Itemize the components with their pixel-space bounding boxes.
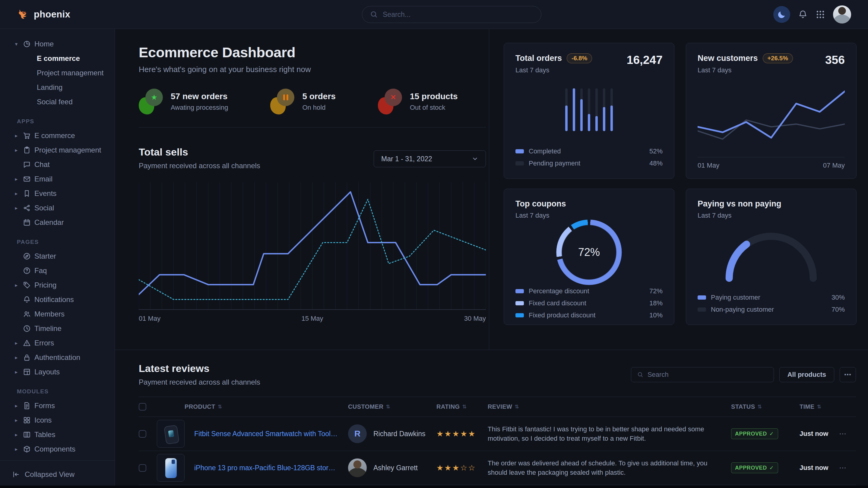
sidebar-item-icons[interactable]: ▸Icons [8, 413, 109, 427]
sidebar-item-email[interactable]: ▸Email [8, 172, 109, 186]
row-checkbox[interactable] [139, 430, 146, 438]
sidebar-item-timeline[interactable]: Timeline [8, 321, 109, 336]
column-header-rating[interactable]: RATING⇅ [436, 403, 488, 410]
sidebar-item-authentication[interactable]: ▸Authentication [8, 350, 109, 365]
sidebar-item-label: Timeline [34, 324, 62, 333]
column-header-time[interactable]: TIME⇅ [800, 403, 839, 410]
sidebar-collapse-toggle[interactable]: Collapsed View [0, 460, 115, 488]
card-period: Last 7 days [516, 212, 566, 220]
sort-icon: ⇅ [515, 403, 519, 410]
legend-item-non-paying-customer: Non-paying customer70% [698, 303, 845, 316]
column-header-product[interactable]: PRODUCT⇅ [157, 403, 348, 410]
theme-toggle-button[interactable] [773, 6, 790, 23]
sidebar-item-project-management[interactable]: ▸Project management [8, 143, 109, 157]
row-more-button[interactable]: ⋯ [839, 464, 856, 472]
total-orders-card: Total orders -6.8% Last 7 days 16,247 Co… [504, 43, 674, 179]
lock-icon [23, 354, 31, 361]
check-icon: ✓ [769, 430, 774, 437]
stat-out-of-stock: ✕15 productsOut of stock [378, 89, 458, 115]
sidebar-subitem-e-commerce[interactable]: E commerce [8, 51, 109, 66]
sidebar-item-chat[interactable]: Chat [8, 157, 109, 172]
legend-swatch [516, 149, 524, 154]
product-thumbnail-iphone[interactable] [157, 454, 185, 482]
warning-triangle-icon [23, 339, 31, 347]
brand-name: phoenix [34, 9, 70, 20]
time-cell: Just now [800, 464, 839, 472]
sidebar-item-forms[interactable]: ▸Forms [8, 398, 109, 413]
quick-stats-row: ★57 new ordersAwating processing5 orders… [139, 89, 486, 128]
tag-icon [23, 281, 31, 289]
sidebar-item-social[interactable]: ▸Social [8, 201, 109, 215]
search-icon [637, 371, 643, 378]
card-period: Last 7 days [698, 212, 781, 220]
sidebar-item-label: Notifications [34, 295, 74, 304]
sidebar-item-e-commerce[interactable]: ▸E commerce [8, 128, 109, 143]
legend-item-fixed-product-discount: Fixed product discount10% [516, 309, 662, 321]
sidebar-subitem-project-management[interactable]: Project management [8, 66, 109, 80]
sidebar-item-faq[interactable]: Faq [8, 263, 109, 278]
user-avatar[interactable] [833, 5, 851, 24]
product-link[interactable]: iPhone 13 pro max-Pacific Blue-128GB sto… [194, 464, 348, 472]
order-bar [573, 88, 575, 131]
legend-label: Non-paying customer [711, 306, 774, 314]
sidebar-item-label: Forms [34, 401, 55, 410]
sidebar-item-notifications[interactable]: Notifications [8, 292, 109, 307]
product-thumbnail-smartwatch[interactable] [157, 420, 185, 448]
sidebar-item-tables[interactable]: ▸Tables [8, 427, 109, 442]
sidebar-subitem-landing[interactable]: Landing [8, 80, 109, 95]
sidebar-subitem-social-feed[interactable]: Social feed [8, 95, 109, 109]
legend-swatch [698, 295, 706, 300]
caret-right-icon: ▸ [13, 282, 19, 289]
reviews-title: Latest reviews [139, 363, 260, 375]
date-range-select[interactable]: Mar 1 - 31, 2022 [374, 151, 486, 167]
mail-icon [23, 175, 31, 183]
select-all-checkbox[interactable] [139, 403, 146, 411]
sidebar-nav: ▾HomeE commerceProject managementLanding… [0, 29, 115, 460]
sidebar-item-label: Chat [34, 160, 50, 169]
sidebar-item-pricing[interactable]: ▸Pricing [8, 278, 109, 292]
sidebar-item-label: Events [34, 189, 56, 198]
reviews-more-button[interactable]: ⋯ [840, 367, 856, 382]
stat-caption: Awating processing [171, 104, 228, 111]
sidebar-item-errors[interactable]: ▸Errors [8, 336, 109, 350]
total-sells-title: Total sells [139, 146, 260, 158]
apps-grid-button[interactable] [815, 10, 825, 19]
global-search-input[interactable] [383, 10, 533, 19]
sidebar-item-components[interactable]: ▸Components [8, 442, 109, 456]
notifications-button[interactable] [798, 10, 808, 19]
top-navbar: phoenix [0, 0, 868, 29]
column-header-status[interactable]: STATUS⇅ [731, 403, 800, 410]
customer-cell: RRichard Dawkins [348, 424, 436, 443]
sidebar-item-events[interactable]: ▸Events [8, 186, 109, 201]
sidebar-item-calendar[interactable]: Calendar [8, 215, 109, 230]
column-header-review[interactable]: REVIEW⇅ [488, 403, 731, 410]
caret-right-icon: ▸ [13, 446, 19, 452]
nine-dots-grid-icon [815, 10, 825, 19]
reviews-search-input[interactable] [648, 371, 768, 379]
status-badge: APPROVED✓ [731, 462, 778, 473]
moon-icon [777, 10, 786, 19]
table-icon [23, 431, 31, 438]
row-more-button[interactable]: ⋯ [839, 429, 856, 438]
stat-caption: On hold [302, 104, 336, 111]
clock-icon [23, 325, 31, 332]
sidebar-item-members[interactable]: Members [8, 307, 109, 321]
global-search[interactable] [362, 6, 541, 23]
file-text-icon [23, 402, 31, 410]
reviews-search[interactable] [631, 367, 774, 382]
sidebar-item-label: E commerce [34, 131, 75, 140]
product-link[interactable]: Fitbit Sense Advanced Smartwatch with To… [194, 430, 348, 438]
x-tick: 01 May [698, 162, 719, 169]
sidebar-item-layouts[interactable]: ▸Layouts [8, 365, 109, 379]
star-icon: ★ [151, 94, 157, 101]
sidebar-item-starter[interactable]: Starter [8, 249, 109, 263]
row-checkbox[interactable] [139, 464, 146, 472]
brand-logo[interactable]: phoenix [17, 8, 70, 21]
legend-item-pending-payment: Pending payment48% [516, 157, 662, 169]
all-products-filter-button[interactable]: All products [779, 367, 834, 382]
sidebar-item-label: Icons [34, 416, 52, 424]
column-header-customer[interactable]: CUSTOMER⇅ [348, 403, 436, 410]
legend-item-fixed-card-discount: Fixed card discount18% [516, 297, 662, 309]
sort-icon: ⇅ [218, 403, 222, 410]
sidebar-item-home[interactable]: ▾Home [8, 37, 109, 51]
